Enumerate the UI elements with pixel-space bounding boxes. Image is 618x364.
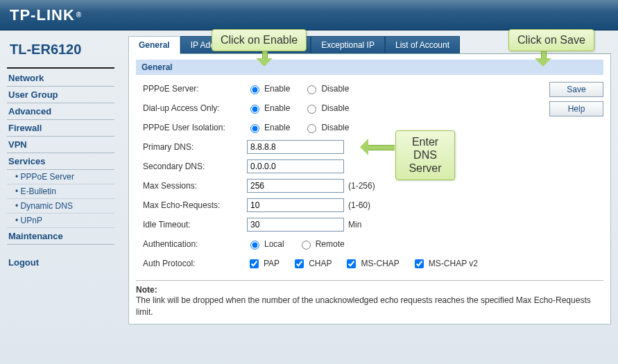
callout-dns: Enter DNS Server [395, 130, 455, 180]
label-max-sessions: Max Sessions: [143, 181, 247, 191]
label-authentication: Authentication: [143, 239, 247, 249]
isolation-enable-label: Enable [264, 123, 290, 132]
label-idle-timeout: Idle Timeout: [143, 220, 247, 229]
brand-reg: ® [76, 11, 82, 19]
label-isolation: PPPoE User Isolation: [143, 123, 247, 132]
pppoe-server-enable-radio[interactable] [250, 85, 259, 94]
isolation-radio-group: Enable Disable [247, 122, 360, 133]
dial-up-enable-radio[interactable] [250, 105, 259, 114]
chk-mschapv2[interactable] [415, 259, 424, 268]
callout-save: Click on Save [508, 29, 594, 51]
row-dial-up: Dial-up Access Only: Enable Disable [136, 98, 541, 118]
hint-max-sessions: (1-256) [348, 181, 375, 191]
pppoe-server-disable-radio[interactable] [307, 85, 316, 94]
dial-up-enable-label: Enable [264, 103, 290, 113]
row-auth-protocol: Auth Protocol: PAP CHAP MS-CHAP MS-CHAP … [136, 254, 541, 273]
sidebar-item-advanced[interactable]: Advanced [7, 103, 114, 120]
row-authentication: Authentication: Local Remote [136, 234, 541, 254]
panel-general: General PPPoE Server: Enable Disable Dia [128, 54, 611, 324]
sidebar-sub-pppoe-server[interactable]: PPPoE Server [7, 170, 114, 184]
tab-list-of-account[interactable]: List of Account [385, 36, 460, 53]
pppoe-server-enable-label: Enable [264, 84, 290, 94]
auth-remote-radio[interactable] [302, 241, 311, 250]
label-secondary-dns: Secondary DNS: [143, 162, 247, 171]
label-dial-up: Dial-up Access Only: [143, 103, 247, 113]
chk-chap-label: CHAP [309, 259, 332, 268]
label-primary-dns: Primary DNS: [143, 142, 247, 152]
authentication-radio-group: Local Remote [247, 239, 356, 250]
button-column: Save Help [541, 79, 603, 273]
max-echo-input[interactable] [247, 198, 344, 212]
note-body: The link will be dropped when the number… [136, 295, 603, 318]
sidebar-item-maintenance[interactable]: Maintenance [7, 228, 114, 245]
sidebar-item-user-group[interactable]: User Group [7, 87, 114, 103]
sidebar-item-logout[interactable]: Logout [7, 254, 114, 270]
row-secondary-dns: Secondary DNS: [136, 157, 541, 176]
form-rows: PPPoE Server: Enable Disable Dial-up Acc… [136, 79, 541, 273]
secondary-dns-input[interactable] [247, 159, 344, 173]
model-label: TL-ER6120 [7, 37, 114, 69]
brand-logo: TP-LINK® [10, 6, 82, 24]
main-panel: General IP Address Pool Account Exceptio… [121, 31, 618, 364]
auth-local-radio[interactable] [250, 241, 259, 250]
dial-up-disable-label: Disable [321, 103, 349, 113]
row-max-echo: Max Echo-Requests: (1-60) [136, 196, 541, 215]
hint-max-echo: (1-60) [348, 200, 370, 210]
chk-pap[interactable] [250, 259, 259, 268]
label-auth-protocol: Auth Protocol: [143, 259, 247, 268]
chk-pap-label: PAP [264, 259, 280, 268]
tab-general[interactable]: General [128, 36, 180, 54]
row-primary-dns: Primary DNS: [136, 137, 541, 157]
chk-chap[interactable] [295, 259, 304, 268]
sidebar: TL-ER6120 Network User Group Advanced Fi… [0, 31, 121, 364]
auth-remote-label: Remote [316, 239, 345, 249]
content-wrap: TL-ER6120 Network User Group Advanced Fi… [0, 31, 618, 364]
label-pppoe-server: PPPoE Server: [143, 84, 247, 94]
sidebar-sub-e-bulletin[interactable]: E-Bulletin [7, 184, 114, 199]
isolation-disable-radio[interactable] [307, 124, 316, 133]
isolation-disable-label: Disable [321, 123, 349, 132]
auth-local-label: Local [264, 239, 284, 249]
chk-mschap-label: MS-CHAP [361, 259, 399, 268]
row-pppoe-server: PPPoE Server: Enable Disable [136, 79, 541, 98]
callout-save-arrow-icon [535, 50, 551, 67]
auth-protocol-group: PAP CHAP MS-CHAP MS-CHAP v2 [247, 257, 488, 270]
sidebar-sub-upnp[interactable]: UPnP [7, 214, 114, 228]
sidebar-item-vpn[interactable]: VPN [7, 137, 114, 153]
sidebar-item-network[interactable]: Network [7, 70, 114, 87]
pppoe-server-disable-label: Disable [321, 84, 349, 94]
separator [136, 280, 603, 281]
callout-enable: Click on Enable [212, 29, 307, 51]
help-button[interactable]: Help [549, 101, 603, 116]
nav-spacer [7, 245, 114, 254]
sidebar-item-services[interactable]: Services [7, 153, 114, 170]
tab-exceptional-ip[interactable]: Exceptional IP [311, 36, 385, 53]
row-idle-timeout: Idle Timeout: Min [136, 215, 541, 234]
form-area: PPPoE Server: Enable Disable Dial-up Acc… [136, 79, 603, 273]
note-title: Note: [136, 285, 603, 295]
max-sessions-input[interactable] [247, 179, 344, 193]
primary-dns-input[interactable] [247, 140, 344, 154]
label-max-echo: Max Echo-Requests: [143, 200, 247, 210]
isolation-enable-radio[interactable] [250, 124, 259, 133]
dial-up-radio-group: Enable Disable [247, 103, 360, 114]
idle-timeout-input[interactable] [247, 218, 344, 232]
chk-mschapv2-label: MS-CHAP v2 [429, 259, 478, 268]
dial-up-disable-radio[interactable] [307, 105, 316, 114]
sidebar-item-firewall[interactable]: Firewall [7, 120, 114, 137]
chk-mschap[interactable] [347, 259, 356, 268]
pppoe-server-radio-group: Enable Disable [247, 83, 360, 94]
brand-text: TP-LINK [10, 6, 75, 24]
row-max-sessions: Max Sessions: (1-256) [136, 176, 541, 196]
top-bar: TP-LINK® [0, 0, 618, 31]
row-isolation: PPPoE User Isolation: Enable Disable [136, 118, 541, 137]
section-title: General [136, 60, 603, 75]
sidebar-sub-dynamic-dns[interactable]: Dynamic DNS [7, 199, 114, 214]
hint-idle-timeout: Min [348, 220, 361, 229]
save-button[interactable]: Save [549, 82, 603, 97]
callout-enable-arrow-icon [256, 50, 273, 67]
callout-dns-arrow-icon [360, 139, 395, 155]
